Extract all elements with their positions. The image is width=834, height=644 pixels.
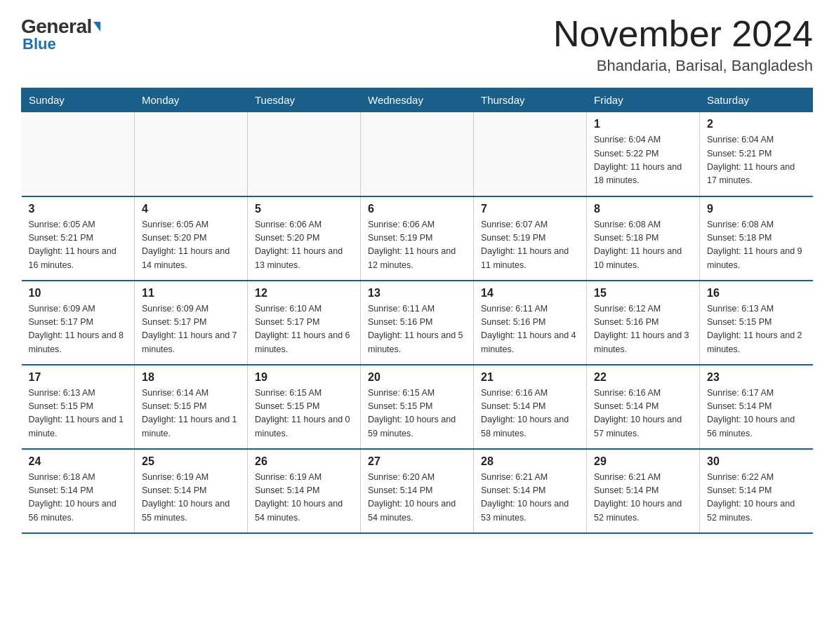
day-number: 25	[142, 455, 240, 468]
day-info: Sunrise: 6:18 AMSunset: 5:14 PMDaylight:…	[29, 471, 128, 525]
day-cell: 16Sunrise: 6:13 AMSunset: 5:15 PMDayligh…	[700, 281, 813, 365]
day-info: Sunrise: 6:04 AMSunset: 5:22 PMDaylight:…	[594, 133, 692, 188]
day-info: Sunrise: 6:20 AMSunset: 5:14 PMDaylight:…	[368, 471, 466, 525]
day-number: 20	[368, 371, 466, 384]
weekday-header-friday: Friday	[587, 88, 700, 112]
week-row-1: 1Sunrise: 6:04 AMSunset: 5:22 PMDaylight…	[22, 112, 813, 196]
day-cell: 9Sunrise: 6:08 AMSunset: 5:18 PMDaylight…	[700, 196, 813, 281]
day-number: 7	[481, 203, 579, 215]
month-title: November 2024	[553, 14, 813, 54]
day-cell: 18Sunrise: 6:14 AMSunset: 5:15 PMDayligh…	[135, 365, 248, 449]
day-info: Sunrise: 6:04 AMSunset: 5:21 PMDaylight:…	[707, 133, 806, 188]
day-cell: 24Sunrise: 6:18 AMSunset: 5:14 PMDayligh…	[22, 449, 135, 533]
day-cell	[135, 112, 248, 196]
day-number: 17	[29, 371, 128, 384]
week-row-2: 3Sunrise: 6:05 AMSunset: 5:21 PMDaylight…	[22, 196, 813, 281]
day-info: Sunrise: 6:05 AMSunset: 5:20 PMDaylight:…	[142, 218, 240, 273]
day-info: Sunrise: 6:06 AMSunset: 5:20 PMDaylight:…	[255, 218, 353, 273]
day-cell: 11Sunrise: 6:09 AMSunset: 5:17 PMDayligh…	[135, 281, 248, 365]
day-number: 26	[255, 455, 353, 468]
day-info: Sunrise: 6:08 AMSunset: 5:18 PMDaylight:…	[707, 218, 806, 273]
day-cell: 21Sunrise: 6:16 AMSunset: 5:14 PMDayligh…	[474, 365, 587, 449]
day-cell	[248, 112, 361, 196]
day-number: 3	[29, 203, 128, 215]
day-number: 6	[368, 203, 466, 215]
day-number: 15	[594, 287, 692, 300]
weekday-header-monday: Monday	[135, 88, 248, 112]
day-number: 12	[255, 287, 353, 300]
day-number: 5	[255, 203, 353, 215]
day-cell: 28Sunrise: 6:21 AMSunset: 5:14 PMDayligh…	[474, 449, 587, 533]
day-info: Sunrise: 6:15 AMSunset: 5:15 PMDaylight:…	[368, 387, 466, 441]
day-number: 18	[142, 371, 240, 384]
day-cell: 29Sunrise: 6:21 AMSunset: 5:14 PMDayligh…	[587, 449, 700, 533]
day-info: Sunrise: 6:19 AMSunset: 5:14 PMDaylight:…	[142, 471, 240, 525]
day-cell: 30Sunrise: 6:22 AMSunset: 5:14 PMDayligh…	[700, 449, 813, 533]
logo-arrow-icon	[93, 22, 100, 32]
day-cell: 4Sunrise: 6:05 AMSunset: 5:20 PMDaylight…	[135, 196, 248, 281]
day-cell: 26Sunrise: 6:19 AMSunset: 5:14 PMDayligh…	[248, 449, 361, 533]
logo-blue-text: Blue	[22, 35, 56, 53]
weekday-header-row: SundayMondayTuesdayWednesdayThursdayFrid…	[22, 88, 813, 112]
day-cell: 1Sunrise: 6:04 AMSunset: 5:22 PMDaylight…	[587, 112, 700, 196]
calendar-header: SundayMondayTuesdayWednesdayThursdayFrid…	[22, 88, 813, 112]
day-info: Sunrise: 6:21 AMSunset: 5:14 PMDaylight:…	[481, 471, 579, 525]
day-info: Sunrise: 6:19 AMSunset: 5:14 PMDaylight:…	[255, 471, 353, 525]
day-info: Sunrise: 6:13 AMSunset: 5:15 PMDaylight:…	[29, 387, 128, 441]
day-cell: 2Sunrise: 6:04 AMSunset: 5:21 PMDaylight…	[700, 112, 813, 196]
day-info: Sunrise: 6:22 AMSunset: 5:14 PMDaylight:…	[707, 471, 806, 525]
day-cell: 6Sunrise: 6:06 AMSunset: 5:19 PMDaylight…	[361, 196, 474, 281]
day-number: 2	[707, 118, 806, 130]
logo: General Blue	[21, 14, 100, 53]
day-cell: 15Sunrise: 6:12 AMSunset: 5:16 PMDayligh…	[587, 281, 700, 365]
day-number: 19	[255, 371, 353, 384]
page-header: General Blue November 2024 Bhandaria, Ba…	[21, 14, 813, 75]
day-info: Sunrise: 6:16 AMSunset: 5:14 PMDaylight:…	[481, 387, 579, 441]
day-cell: 13Sunrise: 6:11 AMSunset: 5:16 PMDayligh…	[361, 281, 474, 365]
day-number: 30	[707, 455, 806, 468]
day-number: 21	[481, 371, 579, 384]
day-number: 16	[707, 287, 806, 300]
day-info: Sunrise: 6:15 AMSunset: 5:15 PMDaylight:…	[255, 387, 353, 441]
day-number: 4	[142, 203, 240, 215]
day-cell: 3Sunrise: 6:05 AMSunset: 5:21 PMDaylight…	[22, 196, 135, 281]
day-cell: 23Sunrise: 6:17 AMSunset: 5:14 PMDayligh…	[700, 365, 813, 449]
day-number: 11	[142, 287, 240, 300]
day-number: 28	[481, 455, 579, 468]
weekday-header-sunday: Sunday	[22, 88, 135, 112]
day-info: Sunrise: 6:07 AMSunset: 5:19 PMDaylight:…	[481, 218, 579, 273]
week-row-3: 10Sunrise: 6:09 AMSunset: 5:17 PMDayligh…	[22, 281, 813, 365]
day-cell: 17Sunrise: 6:13 AMSunset: 5:15 PMDayligh…	[22, 365, 135, 449]
week-row-4: 17Sunrise: 6:13 AMSunset: 5:15 PMDayligh…	[22, 365, 813, 449]
day-cell: 8Sunrise: 6:08 AMSunset: 5:18 PMDaylight…	[587, 196, 700, 281]
day-cell: 27Sunrise: 6:20 AMSunset: 5:14 PMDayligh…	[361, 449, 474, 533]
day-cell: 14Sunrise: 6:11 AMSunset: 5:16 PMDayligh…	[474, 281, 587, 365]
day-info: Sunrise: 6:11 AMSunset: 5:16 PMDaylight:…	[368, 302, 466, 357]
day-cell: 12Sunrise: 6:10 AMSunset: 5:17 PMDayligh…	[248, 281, 361, 365]
day-number: 24	[29, 455, 128, 468]
day-info: Sunrise: 6:09 AMSunset: 5:17 PMDaylight:…	[142, 302, 240, 357]
day-info: Sunrise: 6:08 AMSunset: 5:18 PMDaylight:…	[594, 218, 692, 273]
logo-general-text: General	[21, 17, 100, 36]
weekday-header-wednesday: Wednesday	[361, 88, 474, 112]
day-cell: 7Sunrise: 6:07 AMSunset: 5:19 PMDaylight…	[474, 196, 587, 281]
day-number: 1	[594, 118, 692, 130]
day-info: Sunrise: 6:14 AMSunset: 5:15 PMDaylight:…	[142, 387, 240, 441]
weekday-header-tuesday: Tuesday	[248, 88, 361, 112]
day-cell: 5Sunrise: 6:06 AMSunset: 5:20 PMDaylight…	[248, 196, 361, 281]
day-number: 22	[594, 371, 692, 384]
day-cell: 22Sunrise: 6:16 AMSunset: 5:14 PMDayligh…	[587, 365, 700, 449]
day-cell	[474, 112, 587, 196]
calendar-body: 1Sunrise: 6:04 AMSunset: 5:22 PMDaylight…	[22, 112, 813, 533]
day-number: 27	[368, 455, 466, 468]
calendar-table: SundayMondayTuesdayWednesdayThursdayFrid…	[21, 88, 813, 534]
day-cell	[22, 112, 135, 196]
day-info: Sunrise: 6:16 AMSunset: 5:14 PMDaylight:…	[594, 387, 692, 441]
weekday-header-thursday: Thursday	[474, 88, 587, 112]
day-number: 14	[481, 287, 579, 300]
day-cell: 19Sunrise: 6:15 AMSunset: 5:15 PMDayligh…	[248, 365, 361, 449]
day-info: Sunrise: 6:21 AMSunset: 5:14 PMDaylight:…	[594, 471, 692, 525]
day-number: 23	[707, 371, 806, 384]
day-info: Sunrise: 6:06 AMSunset: 5:19 PMDaylight:…	[368, 218, 466, 273]
day-info: Sunrise: 6:12 AMSunset: 5:16 PMDaylight:…	[594, 302, 692, 357]
